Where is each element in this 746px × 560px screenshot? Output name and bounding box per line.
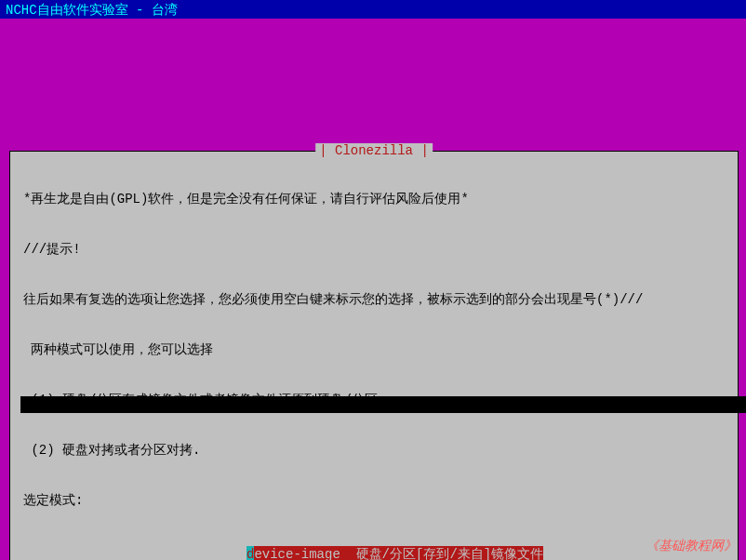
dialog-title: | Clonezilla | bbox=[315, 143, 433, 158]
watermark: 《基础教程网》 bbox=[646, 538, 737, 554]
text-line: ///提示! bbox=[23, 241, 725, 258]
text-line: (2) 硬盘对拷或者分区对拷. bbox=[23, 442, 725, 459]
text-line: *再生龙是自由(GPL)软件，但是完全没有任何保证，请自行评估风险后使用* bbox=[23, 191, 725, 207]
window-title-bar: NCHC自由软件实验室 - 台湾 bbox=[0, 0, 746, 19]
text-line: 选定模式: bbox=[23, 492, 725, 509]
mode-options: device-image 硬盘/分区[存到/来自]镜像文件 device-dev… bbox=[23, 546, 725, 560]
text-line: 两种模式可以使用，您可以选择 bbox=[23, 341, 725, 358]
dialog-shadow bbox=[20, 396, 746, 413]
dialog-body: *再生龙是自由(GPL)软件，但是完全没有任何保证，请自行评估风险后使用* //… bbox=[23, 157, 725, 542]
window-title: NCHC自由软件实验室 - 台湾 bbox=[6, 3, 178, 18]
clonezilla-dialog: | Clonezilla | *再生龙是自由(GPL)软件，但是完全没有任何保证… bbox=[9, 151, 739, 560]
text-line: 往后如果有复选的选项让您选择，您必须使用空白键来标示您的选择，被标示选到的部分会… bbox=[23, 291, 725, 308]
